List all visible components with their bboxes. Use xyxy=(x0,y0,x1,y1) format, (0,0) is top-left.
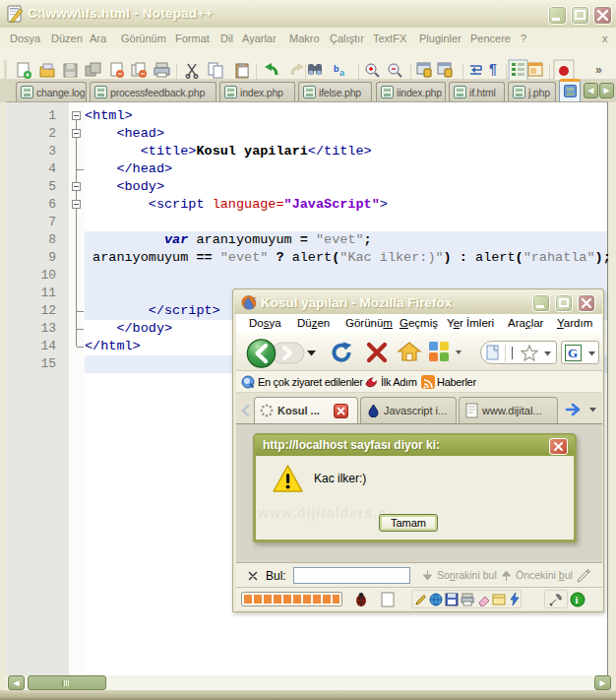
svg-text:i: i xyxy=(576,594,579,605)
svg-text:G: G xyxy=(568,346,578,360)
svg-text:»: » xyxy=(595,63,602,77)
svg-text:¶: ¶ xyxy=(489,61,497,77)
svg-text:a: a xyxy=(339,68,345,78)
